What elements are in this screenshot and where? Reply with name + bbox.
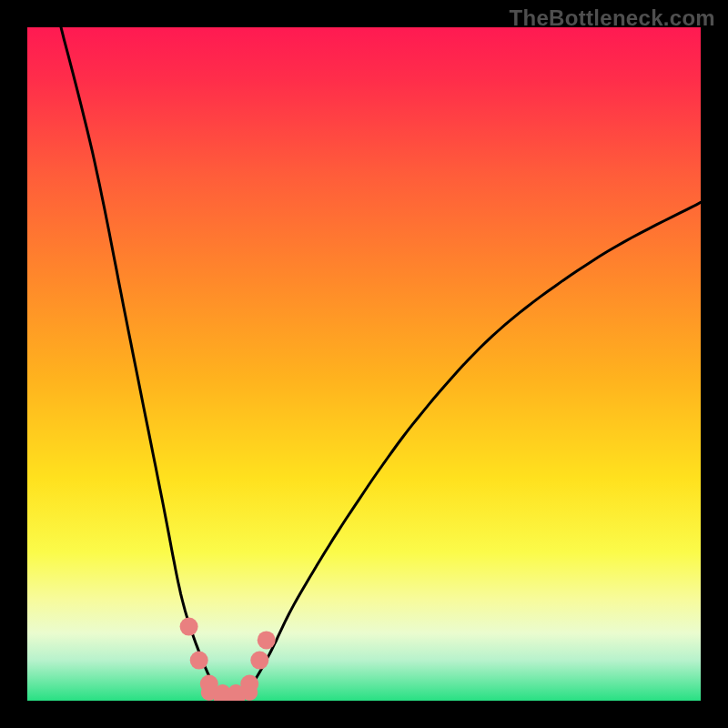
data-marker xyxy=(250,652,268,670)
chart-svg xyxy=(27,27,701,701)
data-marker xyxy=(180,618,198,636)
data-marker xyxy=(190,652,208,670)
plot-area xyxy=(27,27,701,701)
data-marker xyxy=(258,631,276,649)
watermark-text: TheBottleneck.com xyxy=(510,5,715,31)
chart-frame: TheBottleneck.com xyxy=(0,0,728,728)
data-markers xyxy=(180,618,276,701)
data-marker xyxy=(241,684,258,701)
bottleneck-curve-line xyxy=(61,27,701,701)
